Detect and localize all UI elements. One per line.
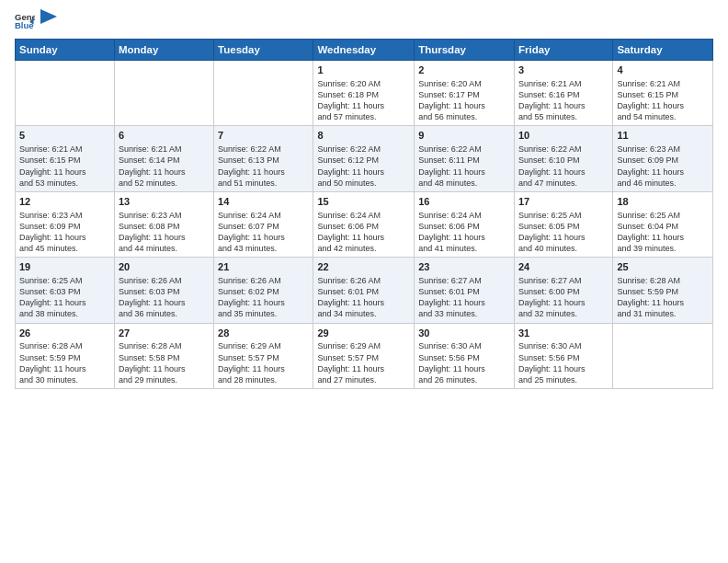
- day-number: 26: [19, 327, 110, 340]
- day-info: Sunrise: 6:29 AM Sunset: 5:57 PM Dayligh…: [218, 340, 309, 385]
- calendar-cell: 18Sunrise: 6:25 AM Sunset: 6:04 PM Dayli…: [613, 191, 713, 257]
- calendar-week-row: 26Sunrise: 6:28 AM Sunset: 5:59 PM Dayli…: [16, 323, 713, 388]
- day-number: 31: [518, 327, 609, 340]
- weekday-header-wednesday: Wednesday: [313, 40, 415, 61]
- day-info: Sunrise: 6:26 AM Sunset: 6:03 PM Dayligh…: [119, 275, 210, 320]
- calendar-cell: 20Sunrise: 6:26 AM Sunset: 6:03 PM Dayli…: [114, 258, 213, 323]
- day-info: Sunrise: 6:30 AM Sunset: 5:56 PM Dayligh…: [518, 340, 609, 385]
- day-info: Sunrise: 6:30 AM Sunset: 5:56 PM Dayligh…: [418, 340, 510, 385]
- day-info: Sunrise: 6:26 AM Sunset: 6:02 PM Dayligh…: [218, 275, 309, 320]
- calendar-cell: 2Sunrise: 6:20 AM Sunset: 6:17 PM Daylig…: [415, 61, 515, 126]
- day-info: Sunrise: 6:29 AM Sunset: 5:57 PM Dayligh…: [317, 340, 410, 385]
- day-info: Sunrise: 6:22 AM Sunset: 6:12 PM Dayligh…: [317, 144, 410, 189]
- calendar-cell: 8Sunrise: 6:22 AM Sunset: 6:12 PM Daylig…: [313, 126, 415, 191]
- day-number: 19: [19, 260, 110, 274]
- weekday-header-friday: Friday: [514, 40, 612, 61]
- day-info: Sunrise: 6:21 AM Sunset: 6:14 PM Dayligh…: [119, 144, 210, 189]
- day-number: 20: [119, 260, 210, 274]
- weekday-header-monday: Monday: [114, 40, 213, 61]
- calendar-cell: 3Sunrise: 6:21 AM Sunset: 6:16 PM Daylig…: [514, 61, 612, 126]
- day-number: 2: [418, 63, 510, 77]
- svg-text:Blue: Blue: [15, 20, 34, 30]
- day-info: Sunrise: 6:25 AM Sunset: 6:03 PM Dayligh…: [19, 275, 110, 320]
- calendar-cell: 12Sunrise: 6:23 AM Sunset: 6:09 PM Dayli…: [16, 191, 115, 257]
- day-number: 25: [617, 260, 709, 274]
- day-info: Sunrise: 6:28 AM Sunset: 5:58 PM Dayligh…: [119, 340, 210, 385]
- day-info: Sunrise: 6:21 AM Sunset: 6:16 PM Dayligh…: [518, 78, 609, 123]
- calendar-cell: 14Sunrise: 6:24 AM Sunset: 6:07 PM Dayli…: [214, 191, 313, 257]
- day-info: Sunrise: 6:23 AM Sunset: 6:08 PM Dayligh…: [119, 210, 210, 255]
- day-number: 18: [617, 195, 709, 209]
- calendar-cell: 26Sunrise: 6:28 AM Sunset: 5:59 PM Dayli…: [16, 323, 115, 388]
- calendar-cell: 29Sunrise: 6:29 AM Sunset: 5:57 PM Dayli…: [313, 323, 415, 388]
- day-info: Sunrise: 6:27 AM Sunset: 6:01 PM Dayligh…: [418, 275, 510, 320]
- day-number: 28: [218, 327, 309, 340]
- day-number: 3: [518, 63, 609, 77]
- day-number: 30: [418, 327, 510, 340]
- calendar-cell: 15Sunrise: 6:24 AM Sunset: 6:06 PM Dayli…: [313, 191, 415, 257]
- calendar-cell: 28Sunrise: 6:29 AM Sunset: 5:57 PM Dayli…: [214, 323, 313, 388]
- calendar-table: SundayMondayTuesdayWednesdayThursdayFrid…: [15, 39, 713, 389]
- day-info: Sunrise: 6:27 AM Sunset: 6:00 PM Dayligh…: [518, 275, 609, 320]
- logo: General Blue: [15, 11, 57, 31]
- day-number: 29: [317, 327, 410, 340]
- day-info: Sunrise: 6:24 AM Sunset: 6:06 PM Dayligh…: [418, 210, 510, 255]
- day-info: Sunrise: 6:26 AM Sunset: 6:01 PM Dayligh…: [317, 275, 410, 320]
- weekday-header-sunday: Sunday: [16, 40, 115, 61]
- day-number: 17: [518, 195, 609, 209]
- day-number: 12: [19, 195, 110, 209]
- calendar-cell: 10Sunrise: 6:22 AM Sunset: 6:10 PM Dayli…: [514, 126, 612, 191]
- day-number: 22: [317, 260, 410, 274]
- day-info: Sunrise: 6:28 AM Sunset: 5:59 PM Dayligh…: [19, 340, 110, 385]
- day-number: 14: [218, 195, 309, 209]
- calendar-cell: 6Sunrise: 6:21 AM Sunset: 6:14 PM Daylig…: [114, 126, 213, 191]
- calendar-cell: [16, 61, 115, 126]
- day-info: Sunrise: 6:25 AM Sunset: 6:04 PM Dayligh…: [617, 210, 709, 255]
- day-number: 8: [317, 129, 410, 143]
- calendar-cell: 16Sunrise: 6:24 AM Sunset: 6:06 PM Dayli…: [415, 191, 515, 257]
- day-number: 6: [119, 129, 210, 143]
- logo-icon: General Blue: [15, 11, 35, 31]
- calendar-cell: 24Sunrise: 6:27 AM Sunset: 6:00 PM Dayli…: [514, 258, 612, 323]
- calendar-cell: 4Sunrise: 6:21 AM Sunset: 6:15 PM Daylig…: [613, 61, 713, 126]
- svg-marker-3: [40, 9, 57, 24]
- weekday-header-row: SundayMondayTuesdayWednesdayThursdayFrid…: [16, 40, 713, 61]
- calendar-cell: 17Sunrise: 6:25 AM Sunset: 6:05 PM Dayli…: [514, 191, 612, 257]
- day-number: 5: [19, 129, 110, 143]
- day-number: 7: [218, 129, 309, 143]
- day-number: 13: [119, 195, 210, 209]
- page: General Blue SundayMondayTuesdayWednesda…: [0, 0, 728, 563]
- day-number: 21: [218, 260, 309, 274]
- day-info: Sunrise: 6:25 AM Sunset: 6:05 PM Dayligh…: [518, 210, 609, 255]
- calendar-week-row: 12Sunrise: 6:23 AM Sunset: 6:09 PM Dayli…: [16, 191, 713, 257]
- day-info: Sunrise: 6:20 AM Sunset: 6:18 PM Dayligh…: [317, 78, 410, 123]
- day-number: 11: [617, 129, 709, 143]
- day-info: Sunrise: 6:20 AM Sunset: 6:17 PM Dayligh…: [418, 78, 510, 123]
- day-info: Sunrise: 6:21 AM Sunset: 6:15 PM Dayligh…: [19, 144, 110, 189]
- weekday-header-tuesday: Tuesday: [214, 40, 313, 61]
- calendar-cell: 19Sunrise: 6:25 AM Sunset: 6:03 PM Dayli…: [16, 258, 115, 323]
- day-info: Sunrise: 6:24 AM Sunset: 6:07 PM Dayligh…: [218, 210, 309, 255]
- logo-triangle-icon: [40, 9, 57, 29]
- calendar-cell: 31Sunrise: 6:30 AM Sunset: 5:56 PM Dayli…: [514, 323, 612, 388]
- calendar-cell: 11Sunrise: 6:23 AM Sunset: 6:09 PM Dayli…: [613, 126, 713, 191]
- calendar-cell: 13Sunrise: 6:23 AM Sunset: 6:08 PM Dayli…: [114, 191, 213, 257]
- day-info: Sunrise: 6:22 AM Sunset: 6:10 PM Dayligh…: [518, 144, 609, 189]
- day-number: 23: [418, 260, 510, 274]
- day-number: 4: [617, 63, 709, 77]
- day-info: Sunrise: 6:22 AM Sunset: 6:13 PM Dayligh…: [218, 144, 309, 189]
- calendar-cell: 27Sunrise: 6:28 AM Sunset: 5:58 PM Dayli…: [114, 323, 213, 388]
- calendar-cell: 9Sunrise: 6:22 AM Sunset: 6:11 PM Daylig…: [415, 126, 515, 191]
- day-number: 1: [317, 63, 410, 77]
- day-info: Sunrise: 6:23 AM Sunset: 6:09 PM Dayligh…: [19, 210, 110, 255]
- day-number: 27: [119, 327, 210, 340]
- day-number: 10: [518, 129, 609, 143]
- calendar-cell: [613, 323, 713, 388]
- weekday-header-saturday: Saturday: [613, 40, 713, 61]
- day-number: 15: [317, 195, 410, 209]
- header: General Blue: [15, 11, 713, 31]
- calendar-cell: 22Sunrise: 6:26 AM Sunset: 6:01 PM Dayli…: [313, 258, 415, 323]
- calendar-cell: 25Sunrise: 6:28 AM Sunset: 5:59 PM Dayli…: [613, 258, 713, 323]
- calendar-cell: 1Sunrise: 6:20 AM Sunset: 6:18 PM Daylig…: [313, 61, 415, 126]
- day-number: 9: [418, 129, 510, 143]
